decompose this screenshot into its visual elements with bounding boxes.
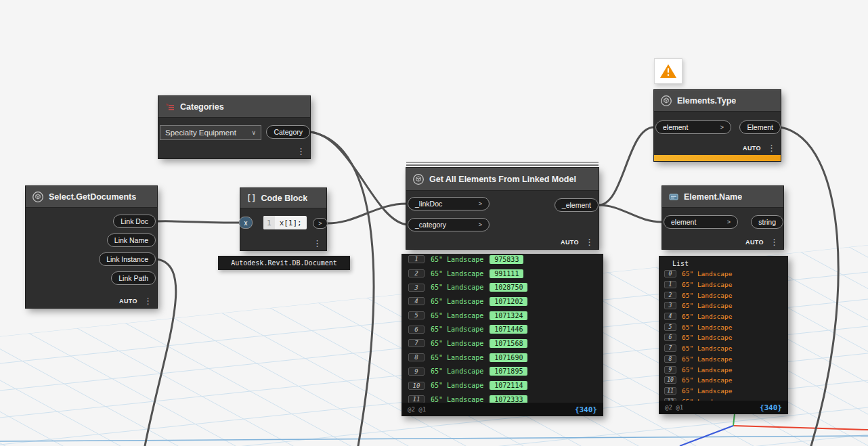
menu-icon[interactable]: ⋮ bbox=[297, 147, 305, 156]
menu-icon[interactable]: ⋮ bbox=[313, 239, 322, 248]
list-item[interactable]: 8 65" Landscape bbox=[659, 354, 788, 365]
dynamo-canvas[interactable]: Categories Specialty Equipment ∨ Categor… bbox=[0, 0, 868, 446]
category-dropdown-value: Specialty Equipment bbox=[165, 129, 236, 137]
list-levels[interactable]: @2 @1 bbox=[408, 406, 426, 413]
input-port-x[interactable]: x bbox=[239, 217, 253, 229]
list-item[interactable]: 5 65" Landscape bbox=[659, 321, 788, 332]
input-port-element[interactable]: element > bbox=[655, 120, 731, 134]
wire-linkdoc-to-codeblock[interactable] bbox=[157, 221, 239, 223]
row-index: 10 bbox=[408, 382, 425, 390]
node-code-block-header[interactable]: [] Code Block bbox=[240, 188, 326, 208]
node-title: Element.Name bbox=[684, 192, 742, 202]
code-editor[interactable]: 1 x[1]; bbox=[263, 216, 307, 229]
node-select-getdocuments-header[interactable]: Select.GetDocuments bbox=[26, 186, 157, 208]
list-item[interactable]: 8 65" Landscape 1071690 bbox=[402, 351, 603, 365]
list-item[interactable]: 11 65" Landscape 1072333 bbox=[402, 393, 603, 403]
output-port[interactable]: Link Instance bbox=[99, 252, 156, 266]
row-index: 8 bbox=[408, 353, 425, 361]
warning-badge[interactable] bbox=[654, 58, 682, 84]
output-port[interactable]: Link Path bbox=[111, 271, 156, 285]
list-item[interactable]: 9 65" Landscape 1071895 bbox=[402, 365, 603, 379]
tooltip-text: Autodesk.Revit.DB.Document bbox=[231, 259, 337, 267]
item-count: {340} bbox=[575, 405, 597, 414]
row-label: 65" Landscape bbox=[431, 367, 483, 375]
list-item[interactable]: 10 65" Landscape 1072114 bbox=[402, 378, 603, 393]
menu-icon[interactable]: ⋮ bbox=[144, 296, 152, 305]
row-value[interactable]: 1071690 bbox=[490, 353, 527, 362]
list-item[interactable]: 7 65" Landscape 1071568 bbox=[402, 336, 603, 351]
row-value[interactable]: 1072333 bbox=[490, 395, 527, 403]
categories-icon bbox=[165, 102, 175, 112]
node-categories-header[interactable]: Categories bbox=[158, 96, 310, 118]
list-item[interactable]: 2 65" Landscape 991111 bbox=[402, 267, 603, 281]
wire-element-to-elementstype[interactable] bbox=[599, 127, 654, 205]
list-item[interactable]: 4 65" Landscape bbox=[659, 311, 788, 322]
row-value[interactable]: 975833 bbox=[490, 255, 523, 264]
row-value[interactable]: 1071324 bbox=[490, 311, 527, 320]
list-item[interactable]: 12 65" Landscape bbox=[659, 396, 788, 401]
row-value[interactable]: 1072114 bbox=[490, 381, 527, 390]
node-elements-type-header[interactable]: Elements.Type bbox=[654, 90, 781, 112]
wire-element-to-elementname[interactable] bbox=[599, 205, 662, 222]
node-get-all-elements-header[interactable]: Get All Elements From Linked Model bbox=[406, 168, 599, 191]
list-item[interactable]: 7 65" Landscape bbox=[659, 343, 788, 354]
row-index: 5 bbox=[664, 324, 676, 331]
list-item[interactable]: 4 65" Landscape 1071202 bbox=[402, 294, 603, 309]
node-get-all-elements[interactable]: Get All Elements From Linked Model _link… bbox=[406, 168, 599, 249]
row-value[interactable]: 1071202 bbox=[490, 297, 527, 306]
row-value[interactable]: 1028750 bbox=[490, 283, 527, 292]
row-value[interactable]: 1071895 bbox=[490, 367, 527, 376]
preview-element-names[interactable]: List 0 65" Landscape 1 65" Landscape 2 bbox=[659, 256, 788, 414]
list-item[interactable]: 2 65" Landscape bbox=[659, 290, 788, 300]
node-select-getdocuments[interactable]: Select.GetDocuments Link Doc Link Name L… bbox=[26, 186, 157, 308]
input-port-element[interactable]: element > bbox=[664, 215, 738, 229]
list-item[interactable]: 6 65" Landscape 1071446 bbox=[402, 322, 603, 336]
output-port[interactable]: Link Name bbox=[107, 233, 156, 247]
list-item[interactable]: 3 65" Landscape bbox=[659, 300, 788, 311]
list-levels[interactable]: @2 @1 bbox=[665, 404, 683, 411]
stack-line bbox=[406, 162, 599, 163]
list-item[interactable]: 10 65" Landscape bbox=[659, 375, 788, 386]
row-label: 65" Landscape bbox=[431, 382, 483, 389]
menu-icon[interactable]: ⋮ bbox=[767, 143, 776, 152]
port-label: element bbox=[671, 218, 696, 226]
node-element-name[interactable]: Element.Name element > string AUTO ⋮ bbox=[662, 186, 783, 249]
input-port[interactable]: _linkDoc > bbox=[408, 197, 490, 210]
input-port[interactable]: _category > bbox=[408, 218, 490, 231]
output-port[interactable]: Link Doc bbox=[113, 215, 156, 228]
list-item[interactable]: 11 65" Landscape bbox=[659, 386, 788, 397]
list-item[interactable]: 5 65" Landscape 1071324 bbox=[402, 309, 603, 323]
row-label: 65" Landscape bbox=[682, 270, 732, 277]
wire-elementstype-to-offscreen[interactable] bbox=[781, 127, 838, 446]
row-value[interactable]: 1071568 bbox=[490, 339, 527, 348]
list-item[interactable]: 1 65" Landscape bbox=[659, 280, 788, 290]
node-elements-type[interactable]: Elements.Type element > Element AUTO ⋮ bbox=[654, 90, 781, 161]
menu-icon[interactable]: ⋮ bbox=[770, 238, 779, 246]
list-item[interactable]: 1 65" Landscape 975833 bbox=[402, 254, 603, 267]
node-categories[interactable]: Categories Specialty Equipment ∨ Categor… bbox=[158, 96, 310, 158]
output-port-element[interactable]: _element bbox=[555, 198, 599, 212]
list-item[interactable]: 3 65" Landscape 1028750 bbox=[402, 280, 603, 294]
list-item[interactable]: 0 65" Landscape bbox=[659, 269, 788, 280]
output-port-string[interactable]: string bbox=[751, 215, 783, 229]
stack-line bbox=[406, 164, 599, 166]
node-title: Get All Elements From Linked Model bbox=[429, 175, 576, 184]
list-header: List bbox=[659, 256, 788, 269]
wire-category-to-offscreen[interactable] bbox=[310, 132, 374, 446]
node-element-name-header[interactable]: Element.Name bbox=[662, 186, 783, 208]
list-item[interactable]: 6 65" Landscape bbox=[659, 332, 788, 343]
row-value[interactable]: 991111 bbox=[490, 269, 523, 278]
preview-linked-elements[interactable]: 1 65" Landscape 975833 2 65" Landscape 9… bbox=[402, 254, 603, 416]
menu-icon[interactable]: ⋮ bbox=[585, 238, 594, 246]
row-index: 3 bbox=[408, 284, 425, 292]
output-port-category[interactable]: Category bbox=[266, 125, 310, 139]
node-title: Select.GetDocuments bbox=[49, 192, 136, 202]
row-value[interactable]: 1071446 bbox=[490, 325, 527, 334]
node-code-block[interactable]: [] Code Block x 1 x[1]; > ⋮ bbox=[240, 188, 326, 250]
row-label: 65" Landscape bbox=[431, 340, 483, 347]
list-item[interactable]: 9 65" Landscape bbox=[659, 364, 788, 375]
cube-icon bbox=[412, 173, 425, 185]
category-dropdown[interactable]: Specialty Equipment ∨ bbox=[160, 125, 261, 140]
output-port-element[interactable]: Element bbox=[739, 120, 781, 134]
output-port[interactable]: > bbox=[313, 218, 328, 229]
